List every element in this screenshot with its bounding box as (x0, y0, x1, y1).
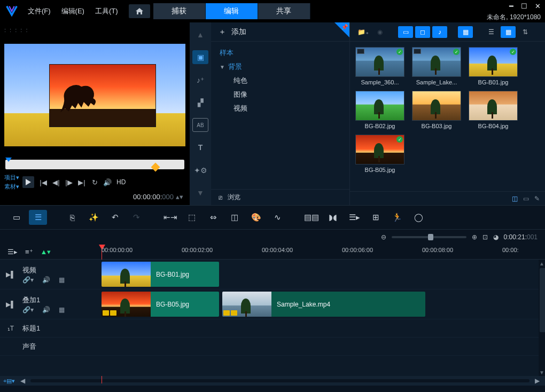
fx-icon[interactable]: ▦ (59, 306, 65, 313)
timeline-ruler[interactable]: 00:00:00:0000:00:02:0000:00:04:0000:00:0… (102, 245, 545, 259)
add-folder-button[interactable]: ＋ 添加 📌 (211, 22, 349, 42)
media-thumb[interactable]: ✓Sample_Lake... (412, 47, 461, 85)
media-thumb[interactable]: BG-B04.jpg (469, 91, 518, 129)
tree-solid-color[interactable]: 纯色 (211, 74, 349, 88)
panel-grip[interactable]: : : : : : (4, 27, 185, 33)
filter-audio-icon[interactable]: ♪ (432, 26, 447, 38)
track-expand-icon[interactable]: ▲▾ (41, 248, 51, 256)
tree-video[interactable]: 视频 (211, 101, 349, 115)
media-tab-icon[interactable]: ▣ (192, 50, 208, 64)
menu-file[interactable]: 文件(F) (28, 6, 51, 16)
preview-scrubber[interactable] (5, 160, 184, 169)
timeline-clip[interactable]: Sample_Lake.mp4 (222, 292, 425, 317)
import-icon[interactable]: 📁₊ (355, 26, 370, 38)
play-button[interactable] (22, 176, 34, 188)
tab-capture[interactable]: 捕获 (153, 3, 206, 19)
tool-crop-icon[interactable]: ◫ (225, 210, 244, 225)
tool-audio-icon[interactable]: ∿ (268, 210, 286, 225)
track-head-video[interactable]: ▶▌ 视频 🔗▾🔊▦ (0, 260, 102, 289)
panel-layout2-icon[interactable]: ▭ (523, 195, 529, 202)
track-head-audio[interactable]: 声音 (0, 338, 102, 355)
browse-button[interactable]: ⎚ 浏览 (211, 189, 349, 205)
zoom-fit-icon[interactable]: ⊡ (482, 233, 488, 241)
track-options-icon[interactable]: ☰▸ (7, 248, 18, 256)
track-head-overlay[interactable]: ▶▌ 叠加1 🔗▾🔊▦ (0, 289, 102, 319)
go-start-icon[interactable]: |◀ (37, 178, 49, 186)
home-button[interactable] (129, 4, 150, 18)
tool-chapter-icon[interactable]: ☰▸ (345, 210, 363, 225)
audio-tab-icon[interactable]: ♪⁺ (192, 73, 208, 87)
tool-pan-icon[interactable]: ⬚ (183, 210, 201, 225)
quality-hd[interactable]: HD (116, 178, 126, 186)
preview-canvas[interactable] (4, 44, 185, 146)
media-thumb[interactable]: BG-B02.jpg (355, 91, 404, 129)
scroll-down-icon[interactable]: ▼ (192, 186, 208, 200)
timeline-view-icon[interactable]: ☰ (29, 210, 47, 225)
transition-tab-icon[interactable]: ▞ (192, 96, 208, 109)
horizontal-scrollbar[interactable]: +▤▾ ◀ ▶ (0, 376, 545, 386)
view-thumb-icon[interactable]: ▦ (458, 26, 473, 38)
preview-clip-label[interactable]: 素材▾ (4, 183, 19, 191)
add-track-badge[interactable]: +▤▾ (3, 378, 15, 385)
window-minimize[interactable]: ━ (509, 2, 513, 10)
panel-edit-icon[interactable]: ✎ (534, 195, 540, 202)
text-tab-icon[interactable]: T (192, 140, 208, 154)
track-head-title[interactable]: ₁T 标题1 (0, 319, 102, 337)
track-lane-audio[interactable] (102, 338, 545, 355)
tool-fx-icon[interactable]: ✨ (84, 210, 103, 225)
window-close[interactable]: ✕ (535, 2, 541, 10)
pin-icon[interactable]: 📌 (334, 22, 349, 37)
media-thumb[interactable]: ✓BG-B01.jpg (469, 47, 518, 85)
track-lane-title[interactable] (102, 319, 545, 337)
link-icon[interactable]: 🔗▾ (22, 276, 34, 284)
track-add-icon[interactable]: ≡⁺ (25, 248, 33, 256)
timeline-clip[interactable]: BG-B01.jpg (102, 262, 219, 287)
capture-icon[interactable]: ◉ (372, 26, 387, 38)
tool-color-icon[interactable]: 🎨 (247, 210, 265, 225)
filter-video-icon[interactable]: ▭ (398, 26, 413, 38)
tree-sample[interactable]: 样本 (211, 46, 349, 60)
tool-mask-icon[interactable]: ◗◖ (324, 210, 342, 225)
media-thumb[interactable]: ✓BG-B05.jpg (355, 135, 404, 173)
preview-project-label[interactable]: 项目▾ (4, 174, 19, 182)
window-maximize[interactable]: ☐ (521, 2, 527, 10)
view-list-icon[interactable]: ☰ (484, 26, 499, 38)
tab-share[interactable]: 共享 (258, 3, 310, 19)
tool-grid-icon[interactable]: ⊞ (367, 210, 385, 225)
tool-motion-icon[interactable]: 🏃 (388, 210, 406, 225)
tab-edit[interactable]: 编辑 (206, 3, 258, 19)
go-end-icon[interactable]: ▶| (76, 178, 88, 186)
media-thumb[interactable]: ✓Sample_360... (355, 47, 404, 85)
loop-icon[interactable]: ↻ (89, 178, 100, 186)
clock-icon[interactable]: ◕ (493, 233, 499, 241)
track-lane-overlay[interactable]: BG-B05.jpgSample_Lake.mp4 (102, 289, 545, 319)
menu-tools[interactable]: 工具(T) (95, 6, 118, 16)
tree-image[interactable]: 图像 (211, 88, 349, 101)
scroll-up-icon[interactable]: ▲ (192, 28, 208, 42)
vertical-scrollbar[interactable]: ▲▼ (539, 260, 545, 376)
view-grid-icon[interactable]: ▦ (501, 26, 516, 38)
tool-copy-icon[interactable]: ⎘ (63, 210, 81, 225)
timeline-clip[interactable]: BG-B05.jpg (102, 292, 219, 317)
title-tab-icon[interactable]: AB (192, 118, 208, 132)
tool-stretch-icon[interactable]: ⇔ (204, 210, 222, 225)
tree-background[interactable]: ▼背景 (211, 60, 349, 74)
fx-icon[interactable]: ▦ (59, 276, 65, 284)
storyboard-view-icon[interactable]: ▭ (7, 210, 26, 225)
tool-multicam-icon[interactable]: ▤▤ (302, 210, 321, 225)
pip-overlay[interactable] (49, 64, 156, 127)
link-icon[interactable]: 🔗▾ (22, 306, 34, 313)
zoom-slider[interactable] (392, 236, 466, 238)
sort-icon[interactable]: ⇅ (518, 26, 533, 38)
scroll-left-icon[interactable]: ◀ (18, 377, 27, 385)
panel-layout1-icon[interactable]: ◫ (512, 195, 518, 202)
undo-icon[interactable]: ↶ (106, 210, 124, 225)
prev-frame-icon[interactable]: ◀| (50, 178, 62, 186)
tool-360-icon[interactable]: ◯ (409, 210, 427, 225)
mute-icon[interactable]: 🔊 (42, 276, 50, 284)
zoom-out-icon[interactable]: ⊖ (381, 233, 386, 241)
mute-icon[interactable]: 🔊 (42, 306, 50, 313)
scroll-right-icon[interactable]: ▶ (533, 377, 542, 385)
media-thumb[interactable]: BG-B03.jpg (412, 91, 461, 129)
filter-photo-icon[interactable]: ◻ (415, 26, 430, 38)
